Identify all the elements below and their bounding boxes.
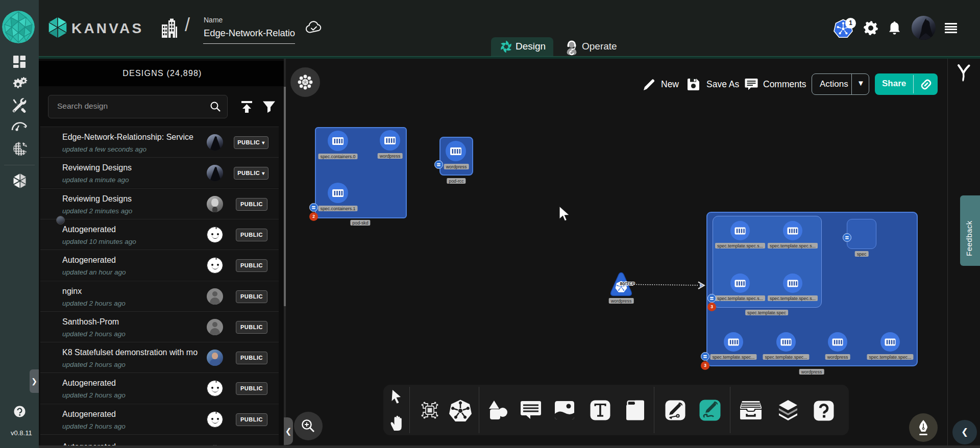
svg-text:80/TCP: 80/TCP bbox=[620, 281, 635, 286]
